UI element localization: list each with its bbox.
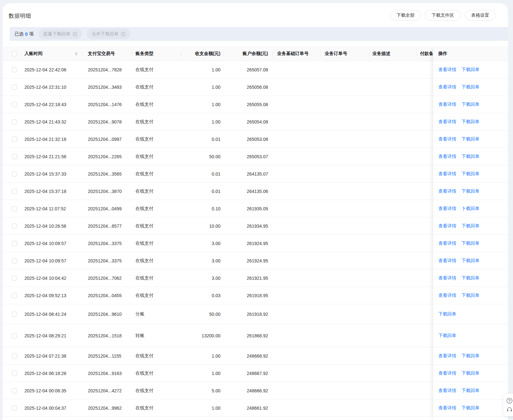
download-file-zone-button[interactable]: 下载文件区 — [425, 10, 461, 21]
download-receipt-link[interactable]: 下载回单 — [462, 67, 480, 73]
download-receipt-link[interactable]: 下载回单 — [462, 241, 480, 246]
description-cell — [369, 131, 417, 148]
table-row: 2025-12-04 21:43:32 20251204...9078 在线支付… — [3, 113, 508, 131]
view-detail-link[interactable]: 查看详情 — [438, 275, 456, 281]
download-receipt-link[interactable]: 下载回单 — [462, 258, 480, 264]
table-settings-button[interactable]: 表格设置 — [465, 10, 496, 21]
balance-cell: 265057.08 — [223, 61, 273, 78]
row-checkbox[interactable] — [12, 224, 17, 229]
table-row: 2025-12-04 22:18:43 20251204...1476 在线支付… — [3, 96, 508, 113]
amount-cell: 5.00 — [181, 382, 223, 399]
alipay-txn-no-cell: 20251204...4272 — [82, 382, 132, 399]
base-order-no-cell — [273, 78, 320, 96]
view-detail-link[interactable]: 查看详情 — [438, 154, 456, 160]
column-header-entry-time[interactable]: 入账时间 — [21, 46, 82, 61]
download-receipt-link[interactable]: 下载回单 — [462, 405, 480, 411]
row-checkbox[interactable] — [12, 258, 17, 263]
row-checkbox[interactable] — [12, 406, 17, 411]
amount-cell: 0.01 — [181, 131, 223, 148]
row-checkbox[interactable] — [12, 154, 17, 159]
view-detail-link[interactable]: 查看详情 — [438, 241, 456, 246]
description-cell — [369, 78, 417, 96]
row-checkbox[interactable] — [12, 171, 17, 177]
view-detail-link[interactable]: 查看详情 — [438, 171, 456, 177]
row-checkbox[interactable] — [12, 67, 17, 72]
balance-cell: 261924.95 — [223, 235, 273, 252]
row-checkbox[interactable] — [12, 119, 17, 124]
alipay-txn-no-cell: 20251204...2265 — [82, 148, 132, 165]
view-detail-link[interactable]: 查看详情 — [438, 206, 456, 212]
row-checkbox[interactable] — [12, 353, 17, 359]
view-detail-link[interactable]: 查看详情 — [438, 370, 456, 376]
view-detail-link[interactable]: 查看详情 — [438, 223, 456, 229]
entry-time-cell: 2025-12-04 10:09:57 — [21, 252, 82, 269]
alipay-txn-no-cell: 20251204...9962 — [82, 399, 132, 416]
download-receipt-link[interactable]: 下载回单 — [462, 84, 480, 90]
download-receipt-link[interactable]: 下载回单 — [438, 333, 456, 339]
download-receipt-link[interactable]: 下载回单 — [462, 293, 480, 298]
download-all-button[interactable]: 下载全部 — [390, 10, 421, 21]
view-detail-link[interactable]: 查看详情 — [438, 67, 456, 73]
view-detail-link[interactable]: 查看详情 — [438, 119, 456, 125]
row-checkbox[interactable] — [12, 388, 17, 393]
headset-icon[interactable] — [506, 406, 513, 413]
account-type-cell: 在线支付 — [132, 165, 181, 182]
entry-time-cell: 2025-12-04 22:18:43 — [21, 96, 82, 113]
row-checkbox[interactable] — [12, 206, 17, 211]
balance-cell: 248668.92 — [223, 347, 273, 364]
row-checkbox[interactable] — [12, 85, 17, 90]
amount-cell: 1.00 — [181, 399, 223, 416]
view-detail-link[interactable]: 查看详情 — [438, 293, 456, 298]
row-checkbox[interactable] — [12, 137, 17, 142]
view-detail-link[interactable]: 查看详情 — [438, 188, 456, 194]
table-row: 2025-12-04 00:04:37 20251204...9962 在线支付… — [3, 399, 508, 417]
view-detail-link[interactable]: 查看详情 — [438, 388, 456, 394]
base-order-no-cell — [273, 399, 320, 416]
view-detail-link[interactable]: 查看详情 — [438, 84, 456, 90]
download-receipt-link[interactable]: 下载回单 — [462, 119, 480, 125]
row-checkbox[interactable] — [12, 312, 17, 317]
entry-time-cell: 2025-12-04 21:32:18 — [21, 131, 82, 148]
entry-time-cell: 2025-12-04 08:41:24 — [21, 304, 82, 324]
balance-cell: 248666.92 — [223, 382, 273, 399]
view-detail-link[interactable]: 查看详情 — [438, 405, 456, 411]
row-checkbox[interactable] — [12, 293, 17, 298]
download-receipt-link[interactable]: 下载回单 — [462, 171, 480, 177]
download-receipt-link[interactable]: 下载回单 — [462, 136, 480, 142]
download-receipt-link[interactable]: 下载回单 — [462, 388, 480, 394]
view-detail-link[interactable]: 查看详情 — [438, 136, 456, 142]
row-checkbox[interactable] — [12, 241, 17, 246]
alipay-txn-no-cell: 20251204...3375 — [82, 235, 132, 252]
view-detail-link[interactable]: 查看详情 — [438, 102, 456, 107]
row-checkbox[interactable] — [12, 333, 17, 338]
download-receipt-link[interactable]: 下载回单 — [462, 353, 480, 359]
download-receipt-link[interactable]: 下载回单 — [462, 188, 480, 194]
row-checkbox[interactable] — [12, 189, 17, 194]
download-receipt-link[interactable]: 下载回单 — [462, 154, 480, 160]
select-all-checkbox[interactable] — [12, 51, 17, 56]
row-checkbox[interactable] — [12, 102, 17, 107]
row-checkbox[interactable] — [12, 371, 17, 376]
action-row: 查看详情下载回单 — [433, 113, 508, 131]
row-checkbox[interactable] — [12, 276, 17, 281]
question-circle-icon[interactable] — [506, 397, 513, 404]
download-receipt-link[interactable]: 下载回单 — [438, 311, 456, 317]
order-no-cell — [320, 131, 369, 148]
selected-info: 已选 0 项 — [14, 31, 34, 37]
selection-toolbar: 已选 0 项 批量下载回单 合并下载回单 — [10, 27, 508, 41]
download-receipt-link[interactable]: 下载回单 — [462, 223, 480, 229]
merge-download-receipt-button[interactable]: 合并下载回单 — [87, 29, 130, 39]
download-receipt-link[interactable]: 下载回单 — [462, 275, 480, 281]
order-no-cell — [320, 365, 369, 382]
alipay-txn-no-cell: 20251204...3483 — [82, 78, 132, 96]
page-title: 数据明细 — [9, 12, 31, 20]
amount-cell: 0.10 — [181, 200, 223, 217]
action-row: 查看详情下载回单 — [433, 96, 508, 113]
view-detail-link[interactable]: 查看详情 — [438, 258, 456, 264]
download-receipt-link[interactable]: 下载回单 — [462, 102, 480, 107]
batch-download-receipt-button[interactable]: 批量下载回单 — [39, 29, 82, 39]
download-receipt-link[interactable]: 卜载回单 — [462, 206, 480, 212]
download-receipt-link[interactable]: 下载回单 — [462, 370, 480, 376]
view-detail-link[interactable]: 查看详情 — [438, 353, 456, 359]
sort-carets-icon[interactable] — [75, 52, 78, 56]
